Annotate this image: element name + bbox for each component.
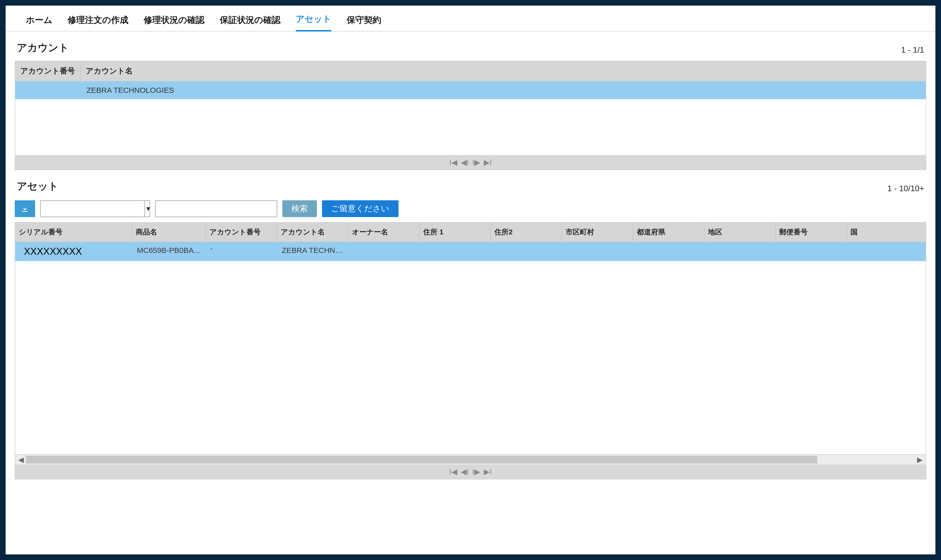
col-account-name[interactable]: アカウント名 [277, 223, 348, 242]
account-table-row[interactable]: ZEBRA TECHNOLOGIES [15, 82, 926, 99]
app-frame: ホーム 修理注文の作成 修理状況の確認 保証状況の確認 アセット 保守契約 アカ… [5, 5, 936, 555]
asset-grid-footer: I◀ ◀I I▶ ▶I [15, 465, 926, 479]
cell-postal-code [776, 242, 847, 261]
notice-button[interactable]: ご留意ください [322, 200, 399, 217]
cell-owner-name [348, 242, 420, 261]
pager-first-icon[interactable]: I◀ [449, 467, 457, 476]
cell-city [562, 242, 633, 261]
cell-prefecture [633, 242, 704, 261]
tab-repair-status[interactable]: 修理状況の確認 [144, 11, 205, 31]
cell-account-number [15, 82, 82, 99]
download-button[interactable] [15, 200, 35, 217]
col-city[interactable]: 市区町村 [562, 223, 633, 242]
search-button[interactable]: 検索 [282, 200, 317, 217]
account-table-empty-area [15, 99, 926, 155]
filter-field-input[interactable] [41, 201, 145, 217]
account-section-header: アカウント 1 - 1/1 [15, 38, 926, 61]
asset-grid-header: シリアル番号 商品名 アカウント番号 アカウント名 オーナー名 住所 1 住所2… [15, 223, 926, 242]
col-address-1[interactable]: 住所 1 [420, 223, 491, 242]
account-pager-controls: I◀ ◀I I▶ ▶I [449, 158, 491, 167]
chevron-down-icon[interactable]: ▼ [145, 201, 152, 217]
cell-address-2 [491, 242, 562, 261]
cell-country [847, 242, 892, 261]
asset-horizontal-scrollbar[interactable]: ◀ ▶ [15, 454, 926, 465]
pager-prev-icon[interactable]: ◀I [461, 158, 469, 167]
asset-section-header: アセット 1 - 10/10+ [15, 177, 926, 199]
col-product-name[interactable]: 商品名 [132, 223, 206, 242]
scroll-right-icon[interactable]: ▶ [916, 455, 924, 464]
col-district[interactable]: 地区 [704, 223, 776, 242]
pager-prev-icon[interactable]: ◀I [461, 467, 469, 476]
scrollbar-thumb[interactable] [26, 456, 817, 463]
pager-last-icon[interactable]: ▶I [484, 467, 491, 476]
cell-account-name: ZEBRA TECHNO... [277, 242, 348, 261]
col-postal-code[interactable]: 郵便番号 [776, 223, 847, 242]
tab-bar: ホーム 修理注文の作成 修理状況の確認 保証状況の確認 アセット 保守契約 [6, 6, 935, 32]
cell-district [704, 242, 776, 261]
filter-value-input[interactable] [155, 200, 277, 217]
pager-next-icon[interactable]: I▶ [472, 158, 480, 167]
tab-create-repair-order[interactable]: 修理注文の作成 [68, 11, 128, 31]
col-serial-number[interactable]: シリアル番号 [15, 223, 132, 242]
pager-last-icon[interactable]: ▶I [484, 158, 491, 167]
account-table: アカウント番号 アカウント名 ZEBRA TECHNOLOGIES I◀ ◀I … [15, 61, 926, 170]
cell-serial-number: XXXXXXXXX [15, 242, 132, 261]
asset-pager-text: 1 - 10/10+ [887, 184, 924, 193]
tab-warranty-status[interactable]: 保証状況の確認 [220, 11, 280, 31]
asset-section: アセット 1 - 10/10+ ▼ 検索 ご留意ください シリアル番号 商品名 … [6, 170, 935, 479]
asset-grid: シリアル番号 商品名 アカウント番号 アカウント名 オーナー名 住所 1 住所2… [15, 222, 926, 479]
account-pager-text: 1 - 1/1 [901, 45, 924, 55]
pager-first-icon[interactable]: I◀ [449, 158, 457, 167]
cell-account-name: ZEBRA TECHNOLOGIES [82, 82, 180, 99]
col-address-2[interactable]: 住所2 [491, 223, 562, 242]
asset-grid-empty-area [15, 261, 926, 454]
col-account-number[interactable]: アカウント番号 [15, 61, 81, 81]
cell-product-name: MC659B-PB0BA... [132, 242, 206, 261]
asset-section-title: アセット [17, 179, 59, 193]
asset-pager-controls: I◀ ◀I I▶ ▶I [449, 467, 491, 476]
download-icon [21, 204, 29, 214]
cell-account-number: ‘ [206, 242, 277, 261]
col-owner-name[interactable]: オーナー名 [348, 223, 420, 242]
account-table-header: アカウント番号 アカウント名 [15, 61, 926, 82]
scrollbar-track[interactable] [26, 456, 915, 463]
filter-field-combo[interactable]: ▼ [40, 200, 150, 217]
asset-toolbar: ▼ 検索 ご留意ください [15, 199, 926, 222]
tab-assets[interactable]: アセット [296, 10, 331, 32]
account-table-footer: I◀ ◀I I▶ ▶I [15, 155, 926, 169]
col-country[interactable]: 国 [847, 223, 892, 242]
asset-grid-row[interactable]: XXXXXXXXX MC659B-PB0BA... ‘ ZEBRA TECHNO… [15, 242, 926, 261]
pager-next-icon[interactable]: I▶ [472, 467, 480, 476]
scroll-left-icon[interactable]: ◀ [17, 455, 25, 464]
tab-service-contract[interactable]: 保守契約 [347, 11, 381, 31]
account-section-title: アカウント [17, 41, 69, 55]
col-account-number[interactable]: アカウント番号 [206, 223, 277, 242]
cell-address-1 [420, 242, 491, 261]
account-section: アカウント 1 - 1/1 アカウント番号 アカウント名 ZEBRA TECHN… [6, 32, 935, 170]
col-account-name[interactable]: アカウント名 [81, 61, 926, 81]
col-prefecture[interactable]: 都道府県 [633, 223, 704, 242]
tab-home[interactable]: ホーム [26, 11, 52, 31]
